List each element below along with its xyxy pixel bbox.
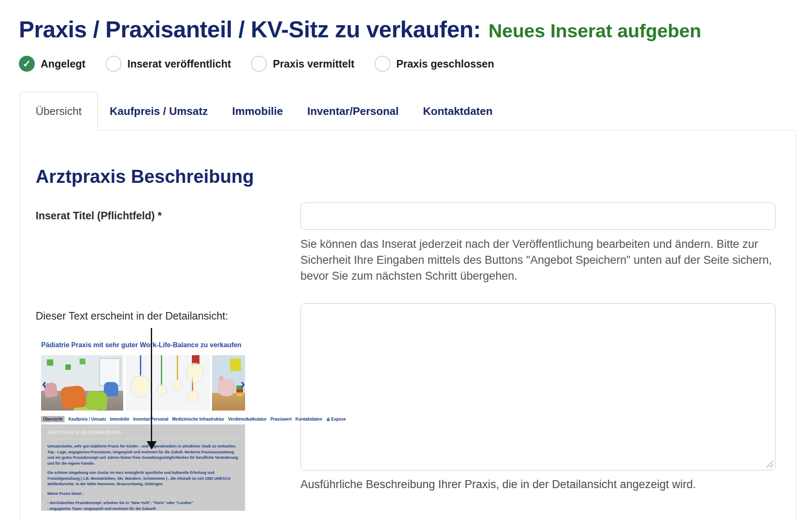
tab-bar: Übersicht Kaufpreis / Umsatz Immobilie I… bbox=[20, 92, 505, 130]
status-label: Praxis geschlossen bbox=[396, 58, 494, 70]
preview-tab: Verdienstkalkulator bbox=[228, 417, 266, 421]
page-title-main: Praxis / Praxisanteil / KV-Sitz zu verka… bbox=[19, 16, 481, 42]
preview-paragraph: Umsatzstarke, sehr gut etablierte Praxis… bbox=[47, 444, 239, 466]
tab-kaufpreis-umsatz[interactable]: Kaufpreis / Umsatz bbox=[98, 92, 220, 130]
page-title: Praxis / Praxisanteil / KV-Sitz zu verka… bbox=[19, 16, 701, 43]
pointer-arrow-line bbox=[151, 328, 152, 442]
description-textarea[interactable] bbox=[300, 303, 776, 471]
printer-icon: 🖨 bbox=[326, 417, 330, 421]
status-step-veroeffentlicht: Inserat veröffentlicht bbox=[106, 56, 231, 72]
page: Praxis / Praxisanteil / KV-Sitz zu verka… bbox=[0, 0, 812, 520]
inserat-titel-help: Sie können das Inserat jederzeit nach de… bbox=[300, 237, 774, 284]
page-title-subtitle: Neues Inserat aufgeben bbox=[489, 20, 701, 42]
status-radio-angelegt[interactable]: ✓ bbox=[19, 56, 35, 72]
preview-tab: Immobilie bbox=[110, 417, 129, 421]
status-label: Inserat veröffentlicht bbox=[127, 58, 231, 70]
check-icon: ✓ bbox=[23, 59, 31, 69]
status-radio-vermittelt[interactable] bbox=[251, 56, 267, 72]
status-label: Angelegt bbox=[41, 58, 85, 70]
inserat-titel-label: Inserat Titel (Pflichtfeld) * bbox=[36, 210, 162, 222]
status-step-geschlossen: Praxis geschlossen bbox=[375, 56, 494, 72]
preview-photo-waiting-room bbox=[41, 355, 123, 411]
preview-tab-expose: 🖨Expose bbox=[326, 417, 346, 421]
preview-tab: Praxiswert bbox=[271, 417, 292, 421]
preview-bullet: - durchdachtes Praxiskonzept: arbeiten S… bbox=[47, 500, 239, 506]
status-steps: ✓ Angelegt Inserat veröffentlicht Praxis… bbox=[19, 56, 494, 72]
section-heading: Arztpraxis Beschreibung bbox=[36, 166, 254, 187]
status-step-angelegt: ✓ Angelegt bbox=[19, 56, 85, 72]
preview-bullet: - engagiertes Team: eingespielt und moti… bbox=[47, 506, 239, 511]
preview-tab-bar: Übersicht Kaufpreis / Umsatz Immobilie I… bbox=[41, 416, 245, 422]
preview-photo-carousel: ‹ › bbox=[41, 355, 245, 411]
chevron-right-icon: › bbox=[240, 376, 245, 390]
preview-listing-title: Pädiatrie Praxis mit sehr guter Work-Lif… bbox=[41, 341, 245, 349]
preview-paragraph: Meine Praxis bietet : bbox=[47, 491, 239, 497]
tab-inventar-personal[interactable]: Inventar/Personal bbox=[295, 92, 411, 130]
preview-tab: Übersicht bbox=[41, 416, 65, 422]
preview-description-heading: ARZTPRAXIS BESCHREIBUNG bbox=[47, 430, 239, 439]
preview-tab: Kaufpreis / Umsatz bbox=[68, 417, 106, 421]
tab-kontaktdaten[interactable]: Kontaktdaten bbox=[411, 92, 504, 130]
tab-uebersicht[interactable]: Übersicht bbox=[20, 92, 98, 130]
description-help: Ausführliche Beschreibung Ihrer Praxis, … bbox=[300, 478, 778, 491]
preview-tab: Kontaktdaten bbox=[295, 417, 322, 421]
status-radio-geschlossen[interactable] bbox=[375, 56, 390, 72]
detail-view-preview-image: Pädiatrie Praxis mit sehr guter Work-Lif… bbox=[41, 341, 245, 511]
tab-immobilie[interactable]: Immobilie bbox=[220, 92, 295, 130]
detailansicht-label: Dieser Text erscheint in der Detailansic… bbox=[36, 310, 228, 322]
preview-photo-pendant-lights bbox=[126, 355, 209, 411]
pointer-arrow-head bbox=[147, 441, 157, 450]
status-label: Praxis vermittelt bbox=[273, 58, 354, 70]
preview-paragraph: Die schöne Umgebung von Goslar im Harz e… bbox=[47, 470, 239, 487]
status-radio-veroeffentlicht[interactable] bbox=[106, 56, 122, 72]
preview-description-box: ARZTPRAXIS BESCHREIBUNG Umsatzstarke, se… bbox=[41, 424, 245, 511]
inserat-titel-input[interactable] bbox=[300, 203, 776, 230]
preview-tab: Medizinische Infrastruktur bbox=[172, 417, 224, 421]
status-step-vermittelt: Praxis vermittelt bbox=[251, 56, 354, 72]
chevron-left-icon: ‹ bbox=[42, 376, 47, 390]
